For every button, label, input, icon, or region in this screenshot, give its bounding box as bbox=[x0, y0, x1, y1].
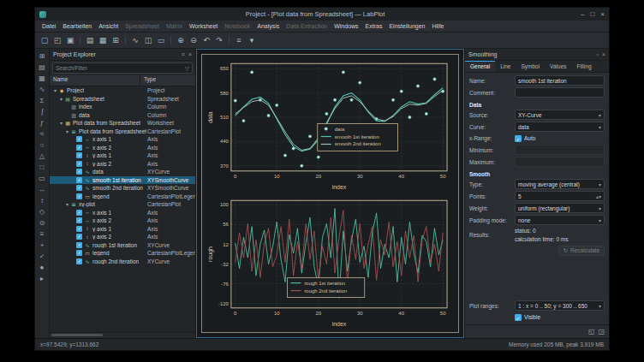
expander-icon[interactable]: ▾ bbox=[52, 87, 58, 93]
horizontal-scrollbar[interactable] bbox=[50, 332, 195, 338]
tree-row-spreadsheet[interactable]: ▾▤SpreadsheetSpreadsheet bbox=[50, 95, 195, 104]
select-mode-icon[interactable]: ≡ bbox=[233, 34, 245, 46]
rough-plot-chart[interactable]: 01020304050-120-76-321256100indexroughro… bbox=[206, 195, 455, 329]
xy-curve-icon[interactable]: ∿ bbox=[129, 34, 141, 46]
new-worksheet-icon[interactable]: ⊞ bbox=[110, 34, 122, 46]
bottom-plot[interactable]: 01020304050-120-76-321256100indexroughro… bbox=[206, 195, 455, 329]
visibility-checkbox[interactable]: ✓ bbox=[76, 210, 82, 216]
tree-row-project[interactable]: ▾◆ProjectProject bbox=[50, 86, 195, 95]
ellipse-tool-icon[interactable]: ○ bbox=[37, 139, 47, 150]
curve-tool-icon[interactable]: ∿ bbox=[37, 84, 47, 94]
tree-row-index[interactable]: ▥indexColumn bbox=[50, 103, 195, 111]
layout-tool-icon[interactable]: ≡ bbox=[37, 228, 47, 239]
menu-einstellungen[interactable]: Einstellungen bbox=[385, 23, 428, 29]
chevron-down-icon[interactable]: ▾ bbox=[599, 205, 601, 211]
smooth-tool-icon[interactable]: ≈ bbox=[37, 128, 47, 139]
menu-analysis[interactable]: Analysis bbox=[253, 23, 283, 29]
tree-row-x-axis-1[interactable]: ✓↔x axis 1Axis bbox=[50, 135, 195, 144]
visibility-checkbox[interactable]: ✓ bbox=[76, 136, 82, 142]
visibility-checkbox[interactable]: ✓ bbox=[76, 250, 82, 256]
function-tool-icon[interactable]: ƒ bbox=[37, 117, 47, 128]
image-icon[interactable]: ▭ bbox=[155, 34, 167, 46]
tab-line[interactable]: Line bbox=[495, 61, 516, 72]
tab-values[interactable]: Values bbox=[545, 61, 571, 72]
new-spreadsheet-icon[interactable]: ▤ bbox=[84, 34, 96, 46]
visibility-checkbox[interactable]: ✓ bbox=[76, 169, 82, 175]
search-input[interactable]: Search/Filter ▽ bbox=[52, 62, 193, 74]
tree-row-x-axis-2[interactable]: ✓↔x axis 2Axis bbox=[50, 217, 195, 225]
plot-ranges-combo[interactable]: 1 : x = 0 .. 50; y = 300 .. 650▾ bbox=[515, 300, 605, 311]
chevron-down-icon[interactable]: ▾ bbox=[599, 112, 601, 118]
tree-row-plot-data-from-spreadsheet[interactable]: ▾⊞Plot data from SpreadsheetCartesianPlo… bbox=[50, 128, 195, 136]
visibility-checkbox[interactable]: ✓ bbox=[76, 145, 82, 151]
tree-row-legend[interactable]: ✓▭legendCartesianPlotLegend bbox=[50, 249, 195, 258]
name-input[interactable]: smooth 1st iteration bbox=[515, 75, 605, 86]
padding-mode-combo[interactable]: none▾ bbox=[515, 215, 605, 225]
chevron-down-icon[interactable]: ▾ bbox=[599, 181, 601, 187]
tree-row-y-axis-1[interactable]: ✓↕y axis 1Axis bbox=[50, 151, 195, 160]
integral-tool-icon[interactable]: ∫ bbox=[37, 106, 47, 116]
expander-icon[interactable]: ▾ bbox=[64, 128, 70, 134]
tree-row-legend[interactable]: ✓▭legendCartesianPlotLegend bbox=[50, 193, 195, 201]
add-tool-icon[interactable]: + bbox=[37, 240, 47, 250]
tree-row-xy-plot[interactable]: ▾⊞xy-plotCartesianPlot bbox=[50, 200, 195, 209]
tree-row-data[interactable]: ▥dataColumn bbox=[50, 111, 195, 120]
source-combo[interactable]: XY-Curve▾ bbox=[515, 110, 605, 120]
tree-row-y-axis-2[interactable]: ✓↕y axis 2Axis bbox=[50, 233, 195, 241]
filter-icon[interactable]: ▽ bbox=[185, 65, 189, 72]
spreadsheet-tool-icon[interactable]: ▤ bbox=[37, 62, 47, 72]
new-matrix-icon[interactable]: ▦ bbox=[97, 34, 109, 46]
sum-tool-icon[interactable]: Σ bbox=[37, 95, 47, 105]
diamond-tool-icon[interactable]: ◇ bbox=[37, 206, 47, 217]
panel-close-icon[interactable]: × bbox=[188, 51, 192, 57]
chevron-down-icon[interactable]: ▾ bbox=[599, 124, 601, 130]
textbox-tool-icon[interactable]: ▭ bbox=[37, 173, 47, 183]
top-plot[interactable]: 01020304050370440510580650indexdatadatas… bbox=[206, 58, 455, 192]
minimize-button[interactable]: – bbox=[581, 10, 584, 18]
visibility-checkbox[interactable]: ✓ bbox=[76, 177, 82, 183]
chevron-down-icon[interactable]: ▾ bbox=[599, 303, 601, 309]
panel-menu-icon[interactable]: ≡ bbox=[182, 51, 185, 57]
text-label-icon[interactable]: ◫ bbox=[142, 34, 154, 46]
type-combo[interactable]: moving average (central)▾ bbox=[515, 179, 605, 189]
tab-symbol[interactable]: Symbol bbox=[516, 61, 545, 72]
x-range-auto-checkbox[interactable]: ✓ bbox=[515, 135, 522, 142]
add-plot-icon[interactable]: ⊞ bbox=[37, 50, 47, 61]
menu-hilfe[interactable]: Hilfe bbox=[428, 23, 447, 29]
recalculate-button[interactable]: ↻Recalculate bbox=[558, 246, 605, 256]
maximum-input[interactable] bbox=[515, 157, 605, 167]
column-header-type[interactable]: Type bbox=[140, 75, 195, 86]
visibility-checkbox[interactable]: ✓ bbox=[76, 234, 82, 240]
expander-icon[interactable]: ▾ bbox=[64, 201, 70, 207]
menu-worksheet[interactable]: Worksheet bbox=[186, 23, 221, 29]
visible-checkbox[interactable]: ✓ bbox=[515, 314, 522, 321]
zoom-in-icon[interactable]: ⊕ bbox=[175, 34, 187, 46]
point-tool-icon[interactable]: ⊙ bbox=[37, 217, 47, 228]
rect-tool-icon[interactable]: □ bbox=[37, 162, 47, 172]
menu-matrix[interactable]: Matrix bbox=[163, 23, 186, 29]
menu-ansicht[interactable]: Ansicht bbox=[95, 23, 122, 29]
zoom-out-icon[interactable]: ⊖ bbox=[188, 34, 200, 46]
expander-icon[interactable]: ▾ bbox=[58, 96, 64, 102]
horizontal-axis-icon[interactable]: ↔ bbox=[37, 184, 47, 194]
more-tools-icon[interactable]: ▾ bbox=[246, 34, 258, 46]
menu-windows[interactable]: Windows bbox=[331, 23, 361, 29]
tree-row-rough-1st-iteration[interactable]: ✓∿rough 1st iterationXYCurve bbox=[50, 241, 195, 250]
minimum-input[interactable] bbox=[515, 145, 605, 155]
tree-row-x-axis-2[interactable]: ✓↔x axis 2Axis bbox=[50, 144, 195, 152]
dock-float-icon[interactable]: ▫ bbox=[596, 51, 598, 57]
tree-row-plot-data-from-spreadsheet[interactable]: ▾▦Plot data from SpreadsheetWorksheet bbox=[50, 119, 195, 128]
tab-filling[interactable]: Filling bbox=[572, 61, 597, 72]
visibility-checkbox[interactable]: ✓ bbox=[76, 242, 82, 248]
tree-row-y-axis-2[interactable]: ✓↕y axis 2Axis bbox=[50, 160, 195, 169]
expand-tool-icon[interactable]: ▸ bbox=[37, 273, 47, 283]
titlebar[interactable]: Project - [Plot data from Spreadsheet] —… bbox=[35, 8, 609, 21]
menu-notebook[interactable]: Notebook bbox=[221, 23, 253, 29]
new-project-icon[interactable]: ▢ bbox=[39, 34, 51, 46]
vertical-axis-icon[interactable]: ↕ bbox=[37, 195, 47, 205]
dock-close-icon[interactable]: × bbox=[602, 51, 605, 57]
chevron-down-icon[interactable]: ▾ bbox=[599, 217, 601, 223]
undo-icon[interactable]: ↶ bbox=[200, 34, 212, 46]
redo-icon[interactable]: ↷ bbox=[213, 34, 225, 46]
expander-icon[interactable]: ▾ bbox=[58, 120, 64, 126]
